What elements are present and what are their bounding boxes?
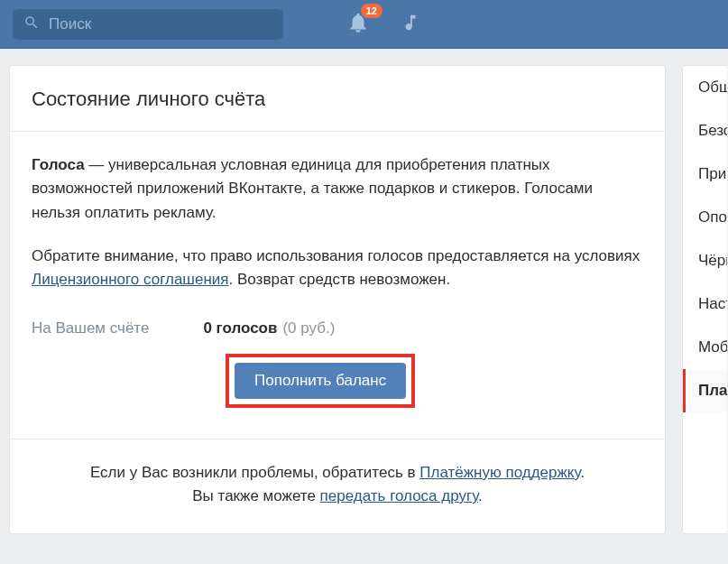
main-card: Состояние личного счёта Голоса — универс…	[9, 65, 666, 534]
sidebar-item[interactable]: Чёрный список	[683, 239, 727, 282]
sidebar-item[interactable]: Мобильные	[683, 326, 727, 369]
sidebar-item[interactable]: Оповещения	[683, 196, 727, 239]
footer-part1: Если у Вас возникли проблемы, обратитесь…	[90, 464, 419, 481]
notification-badge: 12	[361, 4, 382, 18]
bell-icon	[346, 22, 370, 37]
desc-votes: Голоса — универсальная условная единица …	[32, 153, 643, 225]
music-icon	[401, 21, 420, 36]
footer-part3: Вы также можете	[192, 487, 319, 504]
search-wrap[interactable]	[13, 9, 283, 40]
search-input[interactable]	[49, 15, 272, 33]
search-icon	[23, 14, 40, 34]
footer-part4: .	[478, 487, 483, 504]
page-title: Состояние личного счёта	[32, 88, 643, 111]
highlight-box: Пополнить баланс	[226, 354, 415, 408]
balance-amount: 0 голосов	[203, 319, 277, 337]
balance-row: На Вашем счёте 0 голосов(0 руб.)	[32, 319, 643, 337]
balance-value: 0 голосов(0 руб.)	[203, 319, 335, 337]
support-link[interactable]: Платёжную поддержку	[419, 464, 580, 481]
desc-text-1: — универсальная условная единица для при…	[32, 156, 593, 221]
balance-label: На Вашем счёте	[32, 319, 149, 337]
desc-license: Обратите внимание, что право использован…	[32, 245, 643, 292]
top-bar: 12	[0, 0, 728, 49]
notifications-button[interactable]: 12	[346, 11, 370, 38]
license-link[interactable]: Лицензионного соглашения	[32, 271, 229, 288]
footer-text: Если у Вас возникли проблемы, обратитесь…	[10, 439, 665, 509]
desc2-part2: . Возврат средств невозможен.	[229, 271, 451, 288]
sidebar-item[interactable]: Платежи	[683, 369, 727, 412]
topup-button[interactable]: Пополнить баланс	[235, 363, 406, 399]
transfer-link[interactable]: передать голоса другу	[320, 487, 478, 504]
sidebar-item[interactable]: Настройки	[683, 282, 727, 326]
music-button[interactable]	[401, 12, 420, 37]
sidebar: ОбщееБезопасностьПриватностьОповещенияЧё…	[682, 65, 727, 534]
sidebar-item[interactable]: Общее	[683, 66, 727, 109]
sidebar-item[interactable]: Приватность	[683, 153, 727, 196]
footer-part2: .	[580, 464, 585, 481]
top-icons: 12	[346, 11, 420, 38]
balance-sub: (0 руб.)	[282, 319, 335, 337]
sidebar-item[interactable]: Безопасность	[683, 109, 727, 153]
desc2-part1: Обратите внимание, что право использован…	[32, 247, 640, 264]
divider	[10, 131, 665, 132]
desc-strong: Голоса	[32, 156, 85, 173]
